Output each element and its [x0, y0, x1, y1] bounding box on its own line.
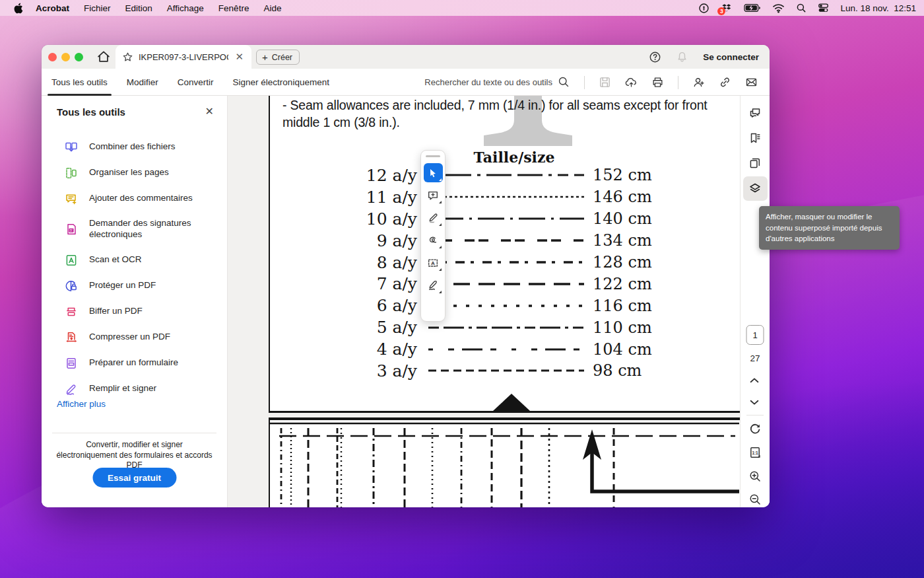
quick-tools-toolbar[interactable]: A [420, 150, 446, 322]
zoom-out-icon[interactable] [748, 493, 762, 506]
tool-ajouter-commentaires[interactable]: Ajouter des commentaires [42, 186, 227, 211]
tab-modifier[interactable]: Modifier [127, 69, 158, 96]
control-center-icon[interactable] [818, 3, 829, 13]
scan-ocr-icon [65, 254, 78, 267]
size-height: 146 cm [593, 188, 652, 206]
tab-tous-les-outils[interactable]: Tous les outils [51, 69, 108, 96]
size-height: 98 cm [593, 361, 642, 380]
cloud-upload-icon[interactable] [625, 76, 638, 89]
tool-label: Remplir et signer [89, 383, 156, 394]
panel-close-icon[interactable]: ✕ [205, 105, 214, 118]
dropbox-badge: 3 [717, 7, 725, 15]
tab-signer[interactable]: Signer électroniquement [233, 69, 329, 96]
tab-convertir[interactable]: Convertir [178, 69, 214, 96]
help-icon[interactable] [649, 51, 661, 63]
favorite-star-icon[interactable] [122, 52, 133, 63]
spotlight-search-icon[interactable] [796, 3, 807, 13]
print-icon[interactable] [651, 76, 664, 89]
size-label: 3 a/y [270, 361, 417, 380]
onepassword-icon[interactable] [698, 3, 710, 14]
pdf-page-1[interactable]: - Seam allowances are included, 7 mm (1/… [269, 96, 740, 413]
size-row: 6 a/y 116 cm [270, 295, 740, 316]
tab-close-icon[interactable]: ✕ [234, 51, 245, 63]
document-tab[interactable]: IKPER097-3-LIVERPOO... ✕ [116, 45, 251, 69]
tool-label: Biffer un PDF [89, 306, 143, 317]
battery-icon[interactable] [744, 3, 761, 13]
rotate-page-icon[interactable] [748, 422, 762, 435]
size-label: 10 a/y [270, 209, 417, 229]
sign-in-button[interactable]: Se connecter [703, 52, 759, 62]
wifi-icon[interactable] [772, 3, 785, 13]
size-label: 8 a/y [270, 253, 417, 272]
size-height: 116 cm [593, 297, 652, 315]
sign-tool-button[interactable] [424, 275, 443, 295]
actual-size-icon[interactable]: 1:1 [748, 446, 762, 459]
redact-pdf-icon [65, 305, 78, 318]
current-page-input[interactable]: 1 [746, 325, 764, 345]
tool-demander-signatures[interactable]: Demander des signatures électroniques [42, 211, 227, 247]
create-button[interactable]: + Créer [256, 50, 300, 65]
svg-text:1:1: 1:1 [752, 451, 758, 455]
dropbox-icon[interactable]: 3 [721, 3, 733, 14]
search-input[interactable]: Rechercher du texte ou des outils [424, 76, 570, 89]
tool-remplir-signer[interactable]: Remplir et signer [42, 376, 227, 402]
tools-panel: Tous les outils ✕ Combiner des fichiers … [42, 96, 228, 507]
toolbar-drag-handle[interactable] [426, 155, 440, 157]
pages-panel-icon[interactable] [748, 157, 762, 170]
highlighter-tool-button[interactable] [424, 208, 443, 227]
bookmarks-panel-icon[interactable] [748, 131, 762, 145]
size-row: 10 a/y 140 cm [270, 208, 740, 230]
menu-edition[interactable]: Edition [118, 3, 160, 13]
tool-organiser-pages[interactable]: Organiser les pages [42, 160, 227, 186]
toolbar-divider [678, 76, 678, 89]
home-icon[interactable] [96, 50, 111, 64]
dropdown-corner [439, 246, 442, 248]
apple-menu-icon[interactable] [0, 3, 28, 14]
size-line-pattern [427, 346, 585, 353]
search-icon [558, 76, 570, 89]
tool-scan-ocr[interactable]: Scan et OCR [42, 247, 227, 273]
close-window-button[interactable] [48, 53, 57, 61]
menu-affichage[interactable]: Affichage [160, 3, 211, 13]
next-page-chevron-icon[interactable] [748, 398, 762, 411]
add-comment-tool-button[interactable] [424, 186, 443, 205]
menu-fenetre[interactable]: Fenêtre [211, 3, 257, 13]
menu-fichier[interactable]: Fichier [77, 3, 118, 13]
dropdown-corner [439, 268, 442, 271]
size-row: 3 a/y 98 cm [270, 360, 740, 382]
size-line-pattern [427, 303, 585, 309]
tool-biffer-pdf[interactable]: Biffer un PDF [42, 299, 227, 324]
zoom-in-icon[interactable] [748, 470, 762, 483]
add-person-icon[interactable] [692, 76, 705, 89]
size-label: 5 a/y [270, 318, 417, 337]
size-line-pattern [427, 259, 585, 266]
zoom-window-button[interactable] [75, 53, 83, 61]
previous-page-chevron-icon[interactable] [748, 376, 762, 389]
free-trial-button[interactable]: Essai gratuit [92, 468, 176, 488]
save-icon[interactable] [599, 76, 611, 89]
menu-app-name[interactable]: Acrobat [28, 3, 77, 13]
macos-menu-bar: Acrobat Fichier Edition Affichage Fenêtr… [0, 0, 924, 16]
menu-clock[interactable]: Lun. 18 nov. 12:51 [840, 3, 916, 13]
email-icon[interactable] [745, 76, 758, 89]
share-link-icon[interactable] [719, 76, 731, 89]
menu-aide[interactable]: Aide [256, 3, 288, 13]
layers-panel-icon[interactable] [748, 182, 762, 195]
tool-combiner-fichiers[interactable]: Combiner des fichiers [42, 134, 227, 160]
tool-label: Ajouter des commentaires [89, 193, 193, 204]
tool-preparer-formulaire[interactable]: Préparer un formulaire [42, 350, 227, 376]
tool-proteger-pdf[interactable]: Protéger un PDF [42, 273, 227, 299]
draw-tool-button[interactable] [424, 231, 443, 250]
size-chart: 12 a/y 152 cm 11 a/y 146 cm 10 a/y 140 c… [270, 164, 740, 382]
search-placeholder: Rechercher du texte ou des outils [424, 77, 552, 87]
notifications-bell-icon[interactable] [676, 51, 688, 63]
tool-compresser-pdf[interactable]: Compresser un PDF [42, 324, 227, 350]
pdf-page-2[interactable] [269, 417, 740, 507]
size-height: 122 cm [593, 275, 652, 293]
minimize-window-button[interactable] [61, 53, 70, 61]
acrobat-window: IKPER097-3-LIVERPOO... ✕ + Créer Se conn… [42, 45, 770, 507]
comments-panel-icon[interactable] [748, 106, 762, 120]
select-tool-button[interactable] [424, 163, 443, 182]
add-text-tool-button[interactable]: A [424, 253, 443, 272]
show-more-link[interactable]: Afficher plus [57, 399, 106, 409]
